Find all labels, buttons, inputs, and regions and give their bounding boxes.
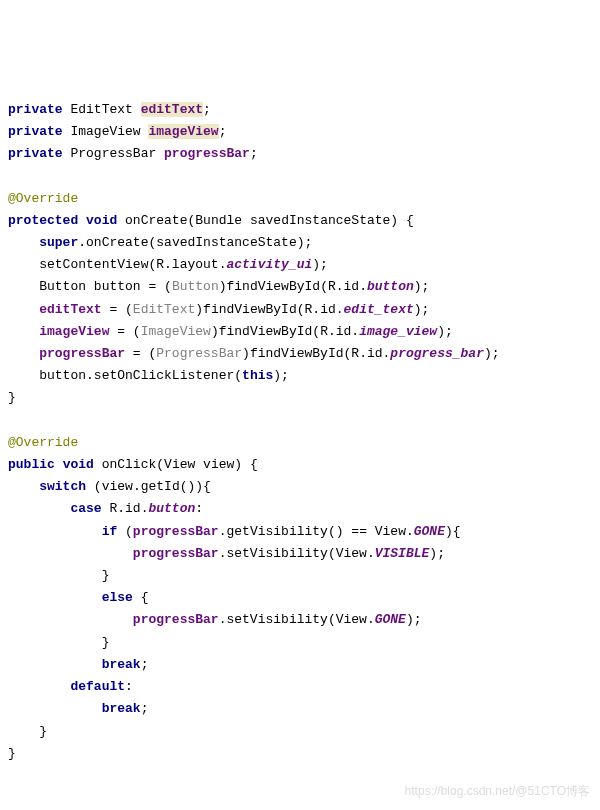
- type-button: Button: [39, 279, 86, 294]
- field-edittext: editText: [39, 302, 101, 317]
- kw-else: else: [102, 590, 133, 605]
- cast-edittext: EditText: [133, 302, 195, 317]
- kw-private: private: [8, 124, 63, 139]
- layout-activity-ui: activity_ui: [226, 257, 312, 272]
- id-button: button: [367, 279, 414, 294]
- kw-switch: switch: [39, 479, 86, 494]
- id-edit-text: edit_text: [344, 302, 414, 317]
- code-block: private EditText editText; private Image…: [8, 99, 592, 765]
- call-setvisibility: setVisibility: [226, 612, 327, 627]
- id-progress-bar: progress_bar: [390, 346, 484, 361]
- r-layout: R.layout.: [156, 257, 226, 272]
- call-setonclicklistener: setOnClickListener: [94, 368, 234, 383]
- cast-imageview: ImageView: [141, 324, 211, 339]
- field-progressbar: progressBar: [133, 612, 219, 627]
- call-getvisibility: getVisibility: [227, 524, 328, 539]
- var-button: button: [39, 368, 86, 383]
- id-image-view: image_view: [359, 324, 437, 339]
- call-setcontentview: setContentView: [39, 257, 148, 272]
- class-view: View.: [336, 546, 375, 561]
- const-visible: VISIBLE: [375, 546, 430, 561]
- kw-protected: protected: [8, 213, 78, 228]
- call-findviewbyid: findViewById: [203, 302, 297, 317]
- field-progressbar: progressBar: [39, 346, 125, 361]
- call-getid: getId: [141, 479, 180, 494]
- arg-savedinstancestate: savedInstanceState: [156, 235, 296, 250]
- r-id: R.id.: [328, 279, 367, 294]
- kw-public: public: [8, 457, 55, 472]
- param-view: view: [203, 457, 234, 472]
- method-onclick: onClick: [102, 457, 157, 472]
- annotation-override: @Override: [8, 435, 78, 450]
- r-id: R.id.: [109, 501, 148, 516]
- field-progressbar: progressBar: [133, 524, 219, 539]
- kw-super: super: [39, 235, 78, 250]
- annotation-override: @Override: [8, 191, 78, 206]
- param-savedinstancestate: savedInstanceState: [250, 213, 390, 228]
- r-id: R.id.: [305, 302, 344, 317]
- class-view: View.: [375, 524, 414, 539]
- kw-private: private: [8, 146, 63, 161]
- field-imageview: imageView: [39, 324, 109, 339]
- r-id: R.id.: [351, 346, 390, 361]
- var-view: view: [102, 479, 133, 494]
- const-gone: GONE: [414, 524, 445, 539]
- call-findviewbyid: findViewById: [219, 324, 313, 339]
- kw-this: this: [242, 368, 273, 383]
- call-findviewbyid: findViewById: [227, 279, 321, 294]
- class-view: View.: [336, 612, 375, 627]
- type-edittext: EditText: [70, 102, 132, 117]
- id-button: button: [148, 501, 195, 516]
- const-gone: GONE: [375, 612, 406, 627]
- field-progressbar: progressBar: [133, 546, 219, 561]
- kw-case: case: [70, 501, 101, 516]
- cast-progressbar: ProgressBar: [156, 346, 242, 361]
- kw-default: default: [70, 679, 125, 694]
- type-progressbar: ProgressBar: [70, 146, 156, 161]
- call-findviewbyid: findViewById: [250, 346, 344, 361]
- kw-break: break: [102, 701, 141, 716]
- kw-void: void: [86, 213, 117, 228]
- call-setvisibility: setVisibility: [226, 546, 327, 561]
- cast-button: Button: [172, 279, 219, 294]
- type-view: View: [164, 457, 195, 472]
- kw-void: void: [63, 457, 94, 472]
- call-oncreate: onCreate: [86, 235, 148, 250]
- type-imageview: ImageView: [70, 124, 140, 139]
- r-id: R.id.: [320, 324, 359, 339]
- method-oncreate: onCreate: [125, 213, 187, 228]
- kw-if: if: [102, 524, 118, 539]
- kw-private: private: [8, 102, 63, 117]
- kw-break: break: [102, 657, 141, 672]
- field-imageview: imageView: [148, 124, 218, 139]
- type-bundle: Bundle: [195, 213, 242, 228]
- field-progressbar: progressBar: [164, 146, 250, 161]
- watermark: https://blog.csdn.net/@51CTO博客: [405, 780, 590, 802]
- field-edittext: editText: [141, 102, 203, 117]
- var-button: button: [94, 279, 141, 294]
